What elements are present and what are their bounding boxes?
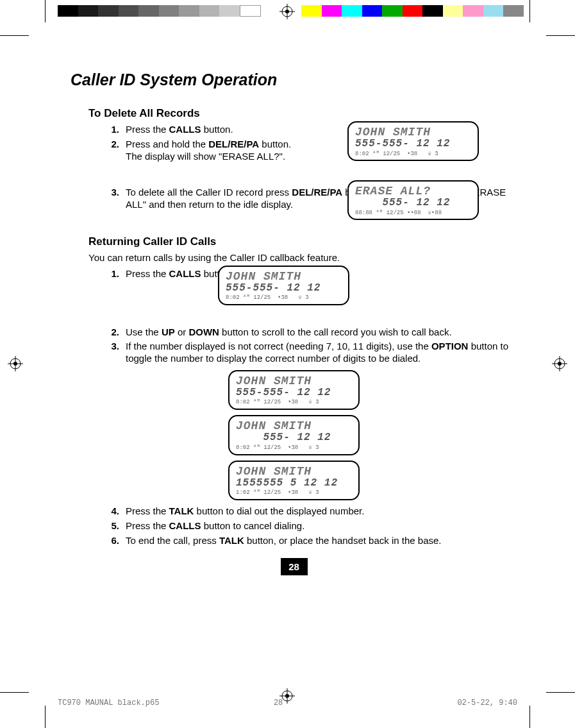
lcd-line2: 555- 12 12 xyxy=(355,198,471,208)
step-number: 6. xyxy=(103,535,119,546)
lcd-line2: 555-555- 12 12 xyxy=(236,387,352,398)
step-number: 3. xyxy=(103,341,119,351)
footer-filename: TC970 MAUNAL black.p65 xyxy=(58,698,159,707)
step-text: Press and hold the DEL/RE/PA button. The… xyxy=(126,139,292,163)
list-item: 3. If the number displayed is not correc… xyxy=(103,341,517,365)
step-number: 1. xyxy=(103,124,119,135)
lcd-line2: 555-555- 12 12 xyxy=(226,283,342,294)
lcd-line1: JOHN SMITH xyxy=(226,271,342,283)
svg-point-15 xyxy=(558,362,562,366)
step-number: 2. xyxy=(103,326,119,337)
lcd-display: ERASE ALL? 555- 12 12 88:88 ᴬᴹ 12/25 ••8… xyxy=(347,180,479,220)
page-number-badge: 28 xyxy=(281,558,308,575)
step-text: If the number displayed is not correct (… xyxy=(126,341,517,365)
step-number: 1. xyxy=(103,268,119,279)
lcd-display: JOHN SMITH 555-555- 12 12 8:02 ᴬᴹ 12/25 … xyxy=(347,121,479,161)
step-number: 3. xyxy=(103,187,119,198)
lcd-line1: ERASE ALL? xyxy=(355,185,471,198)
registration-mark-icon xyxy=(8,356,23,371)
section-heading-returning: Returning Caller ID Calls xyxy=(88,235,517,248)
lcd-line2: 1555555 5 12 12 xyxy=(236,478,352,489)
lcd-line3: 8:02 ᴬᴹ 12/25 •38 ☏ 3 xyxy=(226,294,342,301)
lcd-display: JOHN SMITH 555-555- 12 12 8:02 ᴬᴹ 12/25 … xyxy=(228,370,360,410)
lcd-line2: 555-555- 12 12 xyxy=(355,139,471,149)
section-intro: You can return calls by using the Caller… xyxy=(88,252,517,263)
crop-mark xyxy=(529,706,530,728)
lcd-line3: 88:88 ᴬᴹ 12/25 ••88 ☏•88 xyxy=(355,210,471,217)
lcd-line2: 555- 12 12 xyxy=(236,432,352,443)
crop-mark xyxy=(546,35,575,36)
footer-date: 02-5-22, 9:40 xyxy=(457,698,517,707)
svg-point-3 xyxy=(285,10,289,13)
crop-mark xyxy=(45,706,46,728)
print-footer: TC970 MAUNAL black.p65 28 02-5-22, 9:40 xyxy=(58,698,517,707)
crop-mark xyxy=(0,692,29,693)
crop-mark xyxy=(529,0,530,22)
lcd-line3: 1:02 ᴬᴹ 12/25 •38 ☏ 3 xyxy=(236,489,352,496)
lcd-display: JOHN SMITH 555- 12 12 8:02 ᴬᴹ 12/25 •38 … xyxy=(228,415,360,455)
step-number: 2. xyxy=(103,139,119,149)
lcd-display: JOHN SMITH 555-555- 12 12 8:02 ᴬᴹ 12/25 … xyxy=(218,266,349,305)
lcd-line1: JOHN SMITH xyxy=(355,126,471,139)
svg-point-7 xyxy=(285,694,289,698)
step-text: Use the UP or DOWN button to scroll to t… xyxy=(126,326,517,339)
lcd-line3: 8:02 ᴬᴹ 12/25 •38 ☏ 3 xyxy=(355,151,471,158)
list-item: 5. Press the CALLS button to cancel dial… xyxy=(103,520,517,532)
step-number: 4. xyxy=(103,505,119,516)
crop-mark xyxy=(546,692,575,693)
lcd-line1: JOHN SMITH xyxy=(236,466,352,478)
lcd-line1: JOHN SMITH xyxy=(236,420,352,432)
lcd-line1: JOHN SMITH xyxy=(236,375,352,387)
registration-mark-icon xyxy=(552,356,567,371)
list-item: 4. Press the TALK button to dial out the… xyxy=(103,505,517,518)
section-heading-delete: To Delete All Records xyxy=(88,107,517,120)
list-item: 2. Use the UP or DOWN button to scroll t… xyxy=(103,326,517,339)
crop-mark xyxy=(0,35,29,36)
lcd-line3: 8:02 ᴬᴹ 12/25 •38 ☏ 3 xyxy=(236,399,352,406)
step-text: Press the TALK button to dial out the di… xyxy=(126,505,517,518)
crop-mark xyxy=(45,0,46,22)
page-title: Caller ID System Operation xyxy=(71,71,517,89)
lcd-line3: 8:02 ᴬᴹ 12/25 •38 ☏ 3 xyxy=(236,444,352,452)
registration-mark-icon xyxy=(279,4,295,19)
lcd-display: JOHN SMITH 1555555 5 12 12 1:02 ᴬᴹ 12/25… xyxy=(228,461,360,500)
list-item: 6. To end the call, press TALK button, o… xyxy=(103,535,517,547)
step-text: To end the call, press TALK button, or p… xyxy=(126,535,517,547)
footer-page: 28 xyxy=(274,698,283,707)
step-number: 5. xyxy=(103,520,119,531)
step-text: Press the CALLS button to cancel dialing… xyxy=(126,520,517,532)
svg-point-11 xyxy=(13,362,17,366)
